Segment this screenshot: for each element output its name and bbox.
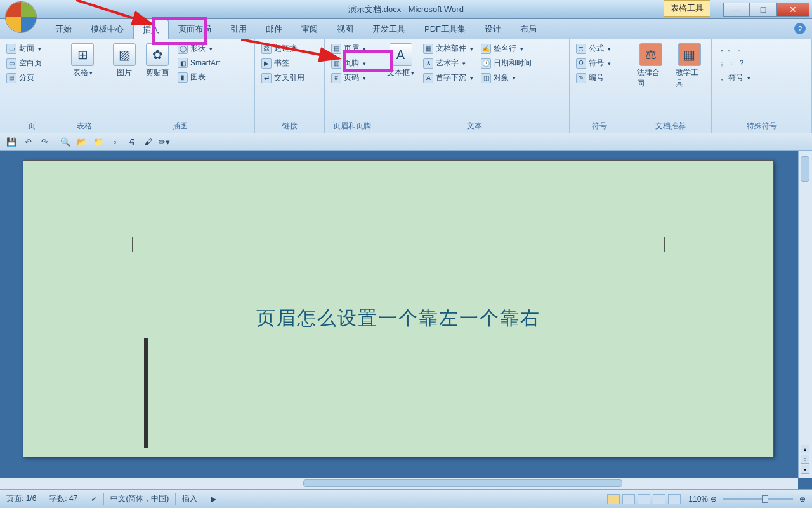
tab-table-layout[interactable]: 布局 (511, 19, 546, 39)
statusbar: 页面: 1/6 字数: 47 ✓ 中文(简体，中国) 插入 ▶ 110% ⊖ ⊕ (0, 489, 812, 508)
zoom-in-button[interactable]: ⊕ (799, 495, 806, 504)
smartart-button[interactable]: ◧SmartArt (175, 57, 223, 69)
prev-page-button[interactable]: ▴ (801, 444, 809, 453)
header-icon: ▤ (331, 44, 341, 54)
number-button[interactable]: ✎编号 (573, 71, 613, 84)
undo-icon[interactable]: ↶ (22, 136, 34, 149)
status-spelling-icon[interactable]: ✓ (91, 495, 97, 504)
document-page[interactable]: 页眉怎么设置一个靠左一个靠右 (23, 160, 774, 457)
document-area: 页眉怎么设置一个靠左一个靠右 ▴ ○ ▾ (0, 151, 812, 489)
textbox-button[interactable]: A文本框 (383, 42, 418, 79)
blank-page-button[interactable]: ▭空白页 (4, 57, 44, 70)
special-sym-1[interactable]: ， 。 、 (716, 42, 753, 55)
docparts-button[interactable]: ▦文档部件 (421, 42, 476, 55)
tab-home[interactable]: 开始 (46, 19, 81, 39)
view-web[interactable] (638, 494, 650, 504)
hyperlink-button[interactable]: ⛓超链接 (259, 42, 307, 55)
scroll-thumb[interactable] (303, 479, 622, 487)
save-icon[interactable]: 💾 (5, 136, 18, 149)
highlight-icon[interactable]: ✏▾ (158, 136, 171, 149)
tab-insert[interactable]: 插入 (133, 20, 169, 39)
minimize-button[interactable]: ─ (723, 3, 750, 17)
scroll-thumb[interactable] (801, 156, 809, 182)
footer-button[interactable]: ▥页脚 (329, 57, 369, 70)
object-icon: ◫ (481, 73, 491, 83)
pagenum-icon: # (331, 73, 341, 83)
tab-layout[interactable]: 页面布局 (169, 19, 221, 39)
group-label: 链接 (259, 119, 320, 131)
office-button[interactable] (5, 1, 41, 37)
status-macro-icon[interactable]: ▶ (211, 495, 216, 504)
document-heading[interactable]: 页眉怎么设置一个靠左一个靠右 (23, 305, 773, 331)
sig-icon: ✍ (481, 44, 491, 54)
header-button[interactable]: ▤页眉 (329, 42, 369, 55)
view-fullscreen[interactable] (622, 494, 635, 504)
preview-icon[interactable]: 🔍 (59, 136, 72, 149)
tab-template[interactable]: 模板中心 (81, 19, 133, 39)
open-icon[interactable]: 📂 (75, 136, 88, 149)
shapes-icon: ◯ (178, 44, 188, 54)
legal-button[interactable]: ⚖法律合同 (633, 42, 669, 90)
equation-button[interactable]: π公式 (573, 42, 613, 55)
tab-references[interactable]: 引用 (221, 19, 256, 39)
horizontal-scrollbar[interactable] (0, 478, 798, 489)
cover-page-button[interactable]: ▭封面 (4, 42, 44, 55)
help-button[interactable]: ? (794, 23, 806, 34)
folder-icon[interactable]: 📁 (92, 136, 105, 149)
page-break-button[interactable]: ⊟分页 (4, 71, 44, 84)
status-page[interactable]: 页面: 1/6 (6, 493, 36, 504)
symbol-button[interactable]: Ω符号 (573, 57, 613, 70)
status-language[interactable]: 中文(简体，中国) (110, 493, 169, 504)
object-button[interactable]: ◫对象 (478, 71, 534, 84)
tab-mail[interactable]: 邮件 (256, 19, 292, 39)
redo-icon[interactable]: ↷ (38, 136, 51, 149)
group-label: 文本 (383, 119, 565, 131)
table-button[interactable]: ⊞表格 (67, 42, 98, 79)
new-icon[interactable]: ▫ (108, 136, 121, 149)
teach-icon: ▦ (678, 43, 701, 66)
clipart-button[interactable]: ✿剪贴画 (142, 42, 173, 79)
special-sym-more[interactable]: ， 符号 (716, 71, 753, 84)
picture-button[interactable]: ▨图片 (109, 42, 140, 79)
maximize-button[interactable]: □ (750, 3, 776, 17)
sigline-button[interactable]: ✍签名行 (478, 42, 534, 55)
zoom-out-button[interactable]: ⊖ (710, 495, 717, 504)
quick-access-toolbar: 💾 ↶ ↷ 🔍 📂 📁 ▫ 🖨 🖌 ✏▾ (0, 133, 812, 151)
tab-developer[interactable]: 开发工具 (363, 19, 415, 39)
pagenum-button[interactable]: #页码 (329, 71, 369, 84)
next-page-button[interactable]: ▾ (801, 465, 809, 474)
view-print-layout[interactable] (607, 494, 620, 504)
crossref-icon: ⇄ (261, 73, 272, 83)
zoom-slider[interactable] (723, 498, 793, 500)
context-tab-table-tools[interactable]: 表格工具 (664, 0, 710, 17)
clipart-icon: ✿ (146, 43, 169, 66)
print-icon[interactable]: 🖨 (125, 136, 138, 149)
view-outline[interactable] (653, 494, 665, 504)
wordart-button[interactable]: 𝐀艺术字 (421, 57, 476, 70)
bookmark-button[interactable]: ▶书签 (259, 57, 307, 70)
tab-design[interactable]: 设计 (475, 19, 511, 39)
shapes-button[interactable]: ◯形状 (175, 42, 223, 55)
tab-pdf[interactable]: PDF工具集 (415, 19, 475, 39)
vertical-scrollbar[interactable]: ▴ ○ ▾ (798, 151, 812, 478)
crossref-button[interactable]: ⇄交叉引用 (259, 71, 307, 84)
margin-corner-icon (664, 237, 679, 252)
close-button[interactable]: ✕ (776, 3, 809, 17)
status-insert-mode[interactable]: 插入 (182, 493, 197, 504)
dropcap-button[interactable]: A̲首字下沉 (421, 71, 476, 84)
zoom-level[interactable]: 110% (688, 495, 708, 504)
view-draft[interactable] (668, 494, 681, 504)
group-label: 插图 (109, 119, 251, 131)
brush-icon[interactable]: 🖌 (141, 136, 154, 149)
datetime-button[interactable]: 🕐日期和时间 (478, 57, 534, 70)
teaching-button[interactable]: ▦教学工具 (672, 42, 708, 90)
footer-icon: ▥ (331, 58, 341, 69)
chart-button[interactable]: ▮图表 (175, 70, 223, 84)
browse-object-button[interactable]: ○ (801, 455, 809, 464)
tab-review[interactable]: 审阅 (292, 19, 327, 39)
tab-view[interactable]: 视图 (327, 19, 363, 39)
special-sym-2[interactable]: ； ： ？ (716, 57, 753, 70)
ribbon-tabs: 开始 模板中心 插入 页面布局 引用 邮件 审阅 视图 开发工具 PDF工具集 … (0, 19, 812, 39)
status-wordcount[interactable]: 字数: 47 (49, 493, 77, 504)
document-table[interactable] (144, 338, 148, 448)
